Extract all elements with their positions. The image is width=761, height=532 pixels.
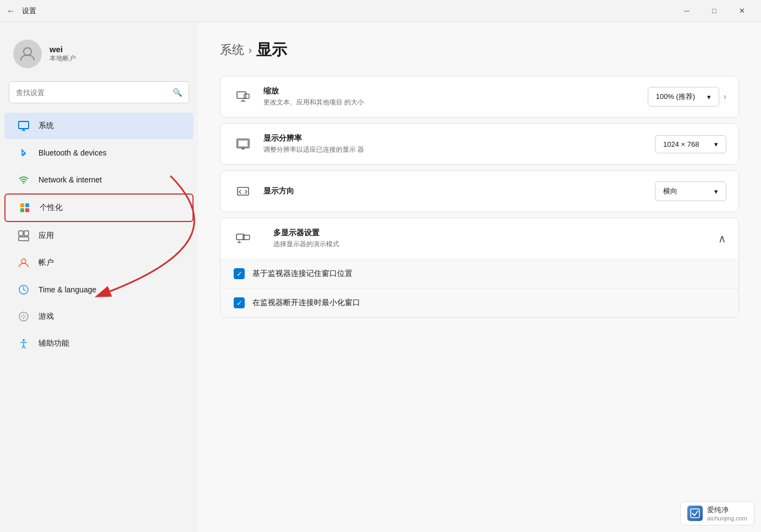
nav-item-accounts[interactable]: 帐户: [4, 250, 194, 276]
window-controls: ─ □ ✕: [674, 2, 754, 20]
accounts-icon: [18, 257, 30, 269]
nav-item-time[interactable]: Time & language: [4, 276, 194, 303]
nav-label-apps: 应用: [38, 231, 54, 241]
watermark-brand: 爱纯净: [707, 505, 747, 515]
multi-display-content: ✓ 基于监视器连接记住窗口位置 ✓ 在监视器断开连接时最小化窗口: [220, 259, 738, 317]
search-box[interactable]: 🔍: [9, 81, 189, 103]
breadcrumb: 系统 › 显示: [220, 40, 739, 60]
multi-display-toggle[interactable]: ∧: [718, 232, 726, 245]
nav-item-accessibility[interactable]: 辅助功能: [4, 330, 194, 357]
scale-icon: [233, 86, 253, 107]
orientation-text: 显示方向: [263, 186, 655, 196]
scale-desc: 更改文本、应用和其他项目 的大小: [263, 97, 648, 107]
scale-row[interactable]: 缩放 更改文本、应用和其他项目 的大小 100% (推荐) ▾ ›: [220, 76, 738, 117]
svg-point-4: [23, 182, 24, 184]
svg-line-24: [22, 346, 24, 348]
pencil-icon: [19, 202, 31, 214]
multi-display-chevron-up[interactable]: ∧: [718, 232, 726, 245]
orientation-row[interactable]: 显示方向 横向 ▾: [220, 171, 738, 212]
scale-text: 缩放 更改文本、应用和其他项目 的大小: [263, 86, 648, 107]
resolution-title: 显示分辨率: [263, 134, 655, 143]
content-area: 系统 › 显示 缩放 更改文本、应用和其他项目 的大小: [198, 22, 761, 532]
search-input[interactable]: [16, 88, 168, 97]
checkbox-2[interactable]: ✓: [234, 297, 245, 308]
scale-title: 缩放: [263, 86, 648, 96]
sidebar: wei 本地帐户 🔍 系统: [0, 22, 198, 532]
breadcrumb-separator: ›: [249, 45, 252, 56]
checkbox-1[interactable]: ✓: [234, 268, 245, 279]
accessibility-icon: [18, 337, 30, 350]
watermark-text-block: 爱纯净 aichunjing.com: [707, 505, 747, 522]
svg-rect-9: [19, 231, 23, 236]
svg-point-20: [25, 316, 26, 317]
time-icon: [18, 284, 30, 296]
resolution-text: 显示分辨率 调整分辨率以适应已连接的显示 器: [263, 134, 655, 154]
multi-display-header[interactable]: 多显示器设置 选择显示器的演示模式 ∧: [220, 218, 738, 259]
nav-item-personalization[interactable]: 个性化: [4, 193, 194, 222]
user-profile[interactable]: wei 本地帐户: [0, 31, 198, 81]
nav-label-network: Network & internet: [38, 175, 102, 184]
system-icon: [18, 120, 30, 132]
back-button[interactable]: ←: [7, 6, 15, 16]
svg-line-25: [24, 346, 25, 348]
checkbox-row-2[interactable]: ✓ 在监视器断开连接时最小化窗口: [220, 289, 738, 317]
nav-label-accessibility: 辅助功能: [38, 339, 69, 348]
nav-label-system: 系统: [38, 121, 54, 131]
nav-label-accounts: 帐户: [38, 258, 54, 268]
nav-item-bluetooth[interactable]: Bluetooth & devices: [4, 140, 194, 166]
resolution-row[interactable]: 显示分辨率 调整分辨率以适应已连接的显示 器 1024 × 768 ▾: [220, 124, 738, 164]
nav-item-gaming[interactable]: 游戏: [4, 303, 194, 330]
resolution-dropdown[interactable]: 1024 × 768 ▾: [655, 135, 726, 153]
nav-label-gaming: 游戏: [38, 312, 54, 322]
search-container: 🔍: [0, 81, 198, 112]
scale-card: 缩放 更改文本、应用和其他项目 的大小 100% (推荐) ▾ ›: [220, 76, 739, 118]
resolution-card: 显示分辨率 调整分辨率以适应已连接的显示 器 1024 × 768 ▾: [220, 123, 739, 165]
close-button[interactable]: ✕: [729, 2, 754, 20]
breadcrumb-parent[interactable]: 系统: [220, 42, 244, 58]
checkbox-label-1: 基于监视器连接记住窗口位置: [252, 269, 352, 279]
multi-display-card: 多显示器设置 选择显示器的演示模式 ∧ ✓ 基于监视器连接记住窗口位置 ✓: [220, 218, 739, 318]
multi-display-desc: 选择显示器的演示模式: [273, 239, 718, 249]
resolution-desc: 调整分辨率以适应已连接的显示 器: [263, 145, 655, 154]
wifi-icon: [18, 174, 30, 186]
maximize-button[interactable]: □: [702, 2, 727, 20]
bluetooth-icon: [18, 147, 30, 159]
scale-chevron[interactable]: ›: [724, 92, 726, 102]
avatar: [13, 40, 42, 68]
svg-line-15: [24, 290, 25, 291]
nav-item-network[interactable]: Network & internet: [4, 167, 194, 193]
watermark-url: aichunjing.com: [707, 515, 747, 522]
checkbox-label-2: 在监视器断开连接时最小化窗口: [252, 298, 360, 308]
minimize-button[interactable]: ─: [674, 2, 699, 20]
svg-point-21: [23, 339, 25, 341]
svg-point-19: [23, 318, 24, 319]
multi-display-text: 多显示器设置 选择显示器的演示模式: [273, 228, 718, 249]
search-icon: 🔍: [173, 88, 182, 97]
svg-point-0: [24, 48, 31, 56]
svg-point-12: [21, 259, 26, 263]
svg-point-18: [23, 314, 24, 315]
username: wei: [49, 45, 76, 54]
svg-rect-1: [19, 121, 29, 129]
main-layout: wei 本地帐户 🔍 系统: [0, 22, 761, 532]
user-type: 本地帐户: [49, 54, 76, 63]
watermark-logo: [687, 506, 703, 521]
breadcrumb-current: 显示: [256, 40, 287, 60]
checkmark-2: ✓: [236, 299, 242, 307]
nav-label-personalization: 个性化: [40, 203, 63, 213]
resolution-control: 1024 × 768 ▾: [655, 135, 726, 153]
orientation-control: 横向 ▾: [655, 181, 726, 201]
svg-point-17: [21, 316, 23, 317]
orientation-title: 显示方向: [263, 186, 655, 196]
svg-rect-8: [25, 208, 29, 212]
checkbox-row-1[interactable]: ✓ 基于监视器连接记住窗口位置: [220, 259, 738, 289]
nav-item-apps[interactable]: 应用: [4, 223, 194, 249]
nav-item-system[interactable]: 系统: [4, 113, 194, 139]
orientation-dropdown[interactable]: 横向 ▾: [655, 181, 726, 201]
svg-rect-34: [238, 187, 249, 195]
svg-rect-11: [19, 237, 29, 241]
gaming-icon: [18, 311, 30, 323]
svg-rect-7: [20, 208, 24, 212]
scale-dropdown[interactable]: 100% (推荐) ▾: [648, 87, 719, 107]
svg-point-16: [19, 312, 28, 321]
